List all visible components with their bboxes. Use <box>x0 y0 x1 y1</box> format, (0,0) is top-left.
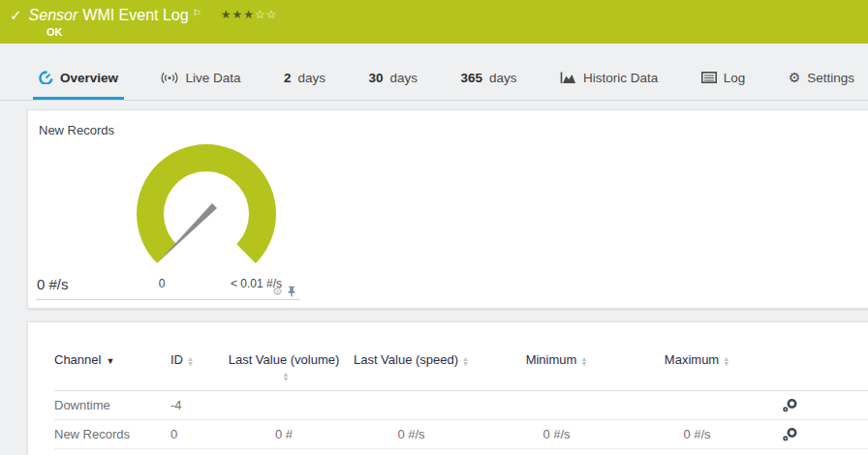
star-filled-icon[interactable]: ★★★ <box>221 8 255 21</box>
sort-both-icon: ▲▼ <box>580 356 587 366</box>
tab-label: days <box>489 71 517 85</box>
channel-settings-icon[interactable] <box>762 428 798 441</box>
pin-icon[interactable] <box>287 286 296 297</box>
sort-both-icon: ▲▼ <box>283 372 290 381</box>
tab-day-count: 2 <box>284 71 292 85</box>
status-badge: OK <box>46 26 63 38</box>
tab-2-days[interactable]: 2 days <box>278 58 331 100</box>
area-chart-icon <box>560 72 576 84</box>
gear-icon[interactable]: ⚙ <box>272 286 283 297</box>
gauge-scale-min: 0 <box>150 277 173 290</box>
channel-table-panel: Channel▼ ID▲▼ Last Value (volume)▲▼ Last… <box>27 321 868 455</box>
gauge-icon <box>39 71 53 84</box>
sort-both-icon: ▲▼ <box>187 356 194 366</box>
log-icon <box>701 72 717 83</box>
sort-both-icon: ▲▼ <box>723 356 729 366</box>
tab-label: Historic Data <box>583 71 658 85</box>
page-title: SensorWMI Event Log⚐ <box>29 7 202 24</box>
tab-live-data[interactable]: Live Data <box>155 58 246 100</box>
table-row-new-records: New Records 0 0 # 0 #/s 0 #/s 0 #/s <box>54 420 868 449</box>
tab-day-count: 365 <box>460 71 482 85</box>
sensor-name: WMI Event Log <box>82 7 188 23</box>
tab-label: Settings <box>807 71 854 85</box>
priority-flag-icon[interactable]: ⚐ <box>193 8 202 18</box>
channel-minimum: 0 #/s <box>481 427 632 441</box>
tab-settings[interactable]: ⚙ Settings <box>783 58 860 100</box>
broadcast-icon <box>161 72 178 84</box>
tab-historic-data[interactable]: Historic Data <box>554 58 664 100</box>
gauge-current-value: 0 #/s <box>37 276 69 292</box>
star-empty-icon[interactable]: ☆☆ <box>255 8 278 21</box>
tab-label: Log <box>724 71 746 85</box>
gear-icon: ⚙ <box>789 71 801 84</box>
channel-table-header: Channel▼ ID▲▼ Last Value (volume)▲▼ Last… <box>54 352 868 391</box>
sensor-status-header: ✓ SensorWMI Event Log⚐ ★★★☆☆ OK <box>0 0 868 44</box>
sort-both-icon: ▲▼ <box>462 356 469 366</box>
channel-id: -4 <box>170 398 227 412</box>
tab-label: Live Data <box>185 71 240 85</box>
status-ok-check-icon: ✓ <box>10 7 22 24</box>
column-header-id[interactable]: ID▲▼ <box>170 352 227 368</box>
gauge-footer-divider <box>36 299 300 300</box>
channel-settings-icon[interactable] <box>762 399 798 412</box>
gauge-arc <box>137 144 276 263</box>
column-header-minimum[interactable]: Minimum▲▼ <box>481 352 632 368</box>
gauge-chart <box>129 136 284 291</box>
column-header-last-value-volume[interactable]: Last Value (volume)▲▼ <box>227 352 341 383</box>
channel-id: 0 <box>170 427 227 441</box>
tab-label: days <box>389 71 418 85</box>
channel-last-value-volume: 0 # <box>227 427 341 441</box>
tab-365-days[interactable]: 365 days <box>454 58 522 100</box>
priority-stars[interactable]: ★★★☆☆ <box>221 7 278 22</box>
channel-name: New Records <box>54 427 170 441</box>
gauge-panel: New Records 0 #/s 0 < 0.01 #/s ⚙ <box>27 109 868 309</box>
column-header-maximum[interactable]: Maximum▲▼ <box>632 352 762 368</box>
sensor-type-label: Sensor <box>29 7 78 23</box>
channel-last-value-speed: 0 #/s <box>341 427 481 441</box>
tab-30-days[interactable]: 30 days <box>362 58 423 100</box>
channel-maximum: 0 #/s <box>632 427 762 441</box>
table-row-downtime: Downtime -4 <box>54 391 868 420</box>
gauge-corner-actions: ⚙ <box>272 286 296 297</box>
tab-log[interactable]: Log <box>696 58 752 100</box>
column-header-last-value-speed[interactable]: Last Value (speed)▲▼ <box>341 352 481 368</box>
tab-bar: Overview Live Data 2 days 30 days 365 da… <box>0 58 868 101</box>
column-header-channel[interactable]: Channel▼ <box>54 352 170 369</box>
tab-overview[interactable]: Overview <box>33 58 124 100</box>
sort-desc-icon: ▼ <box>106 356 114 366</box>
channel-name: Downtime <box>54 398 170 412</box>
gauge-channel-title: New Records <box>39 123 114 137</box>
tab-label: Overview <box>60 71 118 85</box>
tab-day-count: 30 <box>368 71 383 85</box>
tab-label: days <box>297 71 326 85</box>
